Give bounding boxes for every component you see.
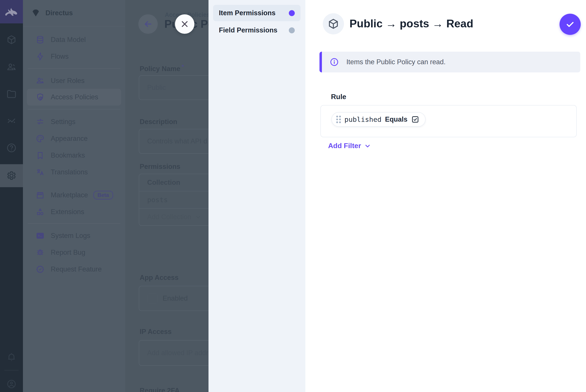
filter-field[interactable]: published bbox=[344, 116, 382, 124]
app-access-field: Enabled bbox=[139, 286, 208, 311]
sidebar-item-request-feature: Request Feature bbox=[23, 261, 125, 278]
directus-rabbit-icon bbox=[4, 6, 18, 17]
settings-module-icon bbox=[0, 165, 23, 186]
cube-icon bbox=[327, 18, 339, 30]
sidebar-item-label: Extensions bbox=[51, 208, 84, 216]
page-content-clip: Public Policy Policy Name* Public Descri… bbox=[125, 0, 208, 392]
sidebar-item-label: User Roles bbox=[51, 77, 84, 85]
filter-pill[interactable]: published Equals bbox=[331, 112, 426, 127]
directus-logo-button bbox=[0, 0, 23, 24]
sidebar-item-marketplace: Marketplace Beta bbox=[23, 187, 125, 204]
palette-icon bbox=[35, 134, 45, 144]
shield-user-icon bbox=[35, 92, 45, 102]
save-button[interactable] bbox=[560, 14, 581, 35]
rule-label: Rule bbox=[331, 93, 346, 101]
project-name: Directus bbox=[45, 9, 73, 17]
active-dot-icon bbox=[289, 10, 295, 16]
sidebar-item-label: System Logs bbox=[51, 232, 90, 240]
ip-access-input: Add allowed IP addr bbox=[139, 340, 208, 366]
sidebar-item-access-policies: Access Policies bbox=[27, 89, 121, 106]
module-bar bbox=[0, 0, 23, 392]
add-filter-button[interactable]: Add Filter bbox=[328, 142, 371, 150]
permissions-table-header: Collection bbox=[139, 174, 208, 191]
filter-operator[interactable]: Equals bbox=[385, 116, 408, 124]
sidebar-item-flows: Flows bbox=[23, 48, 125, 65]
content-module-icon bbox=[0, 29, 23, 50]
enabled-checkbox-label: Enabled bbox=[163, 294, 188, 302]
sidebar-item-label: Settings bbox=[51, 118, 75, 126]
project-logo-icon bbox=[30, 8, 41, 18]
verified-badge-icon bbox=[35, 264, 45, 274]
chevron-down-icon bbox=[364, 142, 371, 150]
database-icon bbox=[35, 35, 45, 44]
permissions-label: Permissions bbox=[140, 163, 180, 170]
drawer-title: Public → posts → Read bbox=[350, 17, 473, 30]
sidebar-item-label: Data Model bbox=[51, 36, 86, 44]
sidebar-item-translations: Translations bbox=[23, 164, 125, 180]
description-input: Controls what API d bbox=[139, 129, 208, 154]
drawer-close-button[interactable] bbox=[175, 14, 194, 34]
bookmark-icon bbox=[35, 150, 45, 160]
inactive-dot-icon bbox=[289, 27, 295, 33]
sidebar-item-extensions: Extensions bbox=[23, 204, 125, 220]
permissions-table: Collection posts Add Collection bbox=[139, 174, 208, 226]
directus-app: Directus Data Model Flows User Roles Acc… bbox=[0, 0, 586, 392]
policy-name-label: Policy Name* bbox=[140, 63, 184, 73]
sidebar-item-report-bug: Report Bug bbox=[23, 244, 125, 261]
tab-item-permissions[interactable]: Item Permissions bbox=[213, 5, 301, 21]
sidebar-item-appearance: Appearance bbox=[23, 130, 125, 147]
enabled-checkbox bbox=[147, 293, 158, 304]
beta-badge: Beta bbox=[93, 191, 113, 200]
sidebar-divider bbox=[28, 223, 120, 224]
terminal-icon bbox=[35, 231, 45, 240]
info-icon bbox=[330, 58, 339, 67]
sidebar-item-data-model: Data Model bbox=[23, 31, 125, 48]
sidebar-item-label: Report Bug bbox=[51, 248, 85, 256]
drag-handle-icon[interactable] bbox=[336, 116, 341, 123]
users-module-icon bbox=[0, 56, 23, 78]
notice-text: Items the Public Policy can read. bbox=[346, 58, 446, 66]
sidebar-item-label: Translations bbox=[51, 168, 88, 176]
user-roles-icon bbox=[35, 76, 45, 86]
sidebar-divider bbox=[28, 109, 120, 110]
tab-label: Field Permissions bbox=[219, 26, 289, 34]
bolt-icon bbox=[35, 52, 45, 61]
close-icon bbox=[180, 19, 189, 29]
sidebar-item-system-logs: System Logs bbox=[23, 227, 125, 244]
project-header: Directus bbox=[23, 0, 125, 26]
add-collection-button: Add Collection bbox=[139, 208, 208, 225]
sidebar-item-user-roles: User Roles bbox=[23, 72, 125, 89]
add-filter-label: Add Filter bbox=[328, 142, 361, 150]
chevron-down-icon bbox=[195, 214, 201, 220]
bug-icon bbox=[35, 248, 45, 257]
sidebar-item-label: Access Policies bbox=[51, 93, 98, 101]
module-bar-divider bbox=[4, 370, 18, 370]
notifications-bell-icon bbox=[0, 346, 23, 368]
sidebar-item-label: Request Feature bbox=[51, 265, 102, 273]
tab-field-permissions[interactable]: Field Permissions bbox=[213, 22, 301, 38]
sidebar-item-label: Marketplace bbox=[51, 191, 88, 199]
required-asterisk: * bbox=[182, 63, 184, 70]
files-module-icon bbox=[0, 84, 23, 104]
navigation-sidebar: Directus Data Model Flows User Roles Acc… bbox=[23, 0, 125, 392]
drawer-sidebar: Item Permissions Field Permissions bbox=[208, 0, 305, 392]
sidebar-divider bbox=[28, 68, 120, 69]
translate-icon bbox=[35, 167, 45, 177]
extensions-icon bbox=[35, 207, 45, 217]
checked-checkbox-icon[interactable] bbox=[411, 115, 419, 124]
insights-module-icon bbox=[0, 110, 23, 132]
require-2fa-label: Require 2FA bbox=[140, 387, 180, 392]
policy-name-input: Public bbox=[139, 75, 208, 100]
sidebar-item-label: Appearance bbox=[51, 135, 88, 142]
sliders-icon bbox=[35, 117, 45, 127]
help-module-icon bbox=[0, 137, 23, 158]
sidebar-item-label: Flows bbox=[51, 52, 69, 60]
permissions-table-row: posts bbox=[139, 191, 208, 208]
check-icon bbox=[565, 19, 576, 30]
notice-accent-stripe bbox=[319, 52, 322, 72]
sidebar-item-label: Bookmarks bbox=[51, 152, 85, 159]
sidebar-item-bookmarks: Bookmarks bbox=[23, 147, 125, 164]
user-avatar-icon bbox=[0, 374, 23, 392]
collection-badge bbox=[323, 13, 344, 34]
app-access-label: App Access bbox=[140, 274, 178, 282]
